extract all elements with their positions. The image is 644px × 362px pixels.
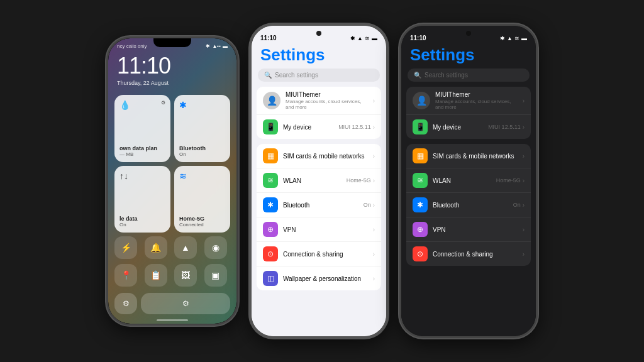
right-account-row[interactable]: 👤 MIUIThemer Manage accounts, cloud serv… (406, 87, 531, 115)
right-sim-title: SIM cards & mobile networks (433, 153, 518, 160)
center-status-icons: ✱ ▲ ≋ ▬ (350, 35, 377, 41)
search-icon-center: 🔍 (264, 72, 272, 79)
wallpaper-title: Wallpaper & personalization (283, 275, 368, 282)
wlan-row[interactable]: ≋ WLAN Home-5G › (257, 168, 381, 193)
wlan-chevron: › (373, 177, 375, 184)
bluetooth-text: Bluetooth (283, 202, 358, 209)
data-options-icon: ⚙ (161, 100, 165, 106)
right-bluetooth-text: Bluetooth (433, 202, 508, 209)
right-time: 11:10 (410, 35, 426, 41)
settings-btn-1[interactable]: ⚙ (114, 293, 137, 314)
mobile-data-title: le data (119, 216, 165, 222)
right-wifi-icon: ≋ (514, 35, 519, 41)
right-account-subtitle: Manage accounts, cloud services, and mor… (435, 99, 518, 110)
right-sim-row[interactable]: ▦ SIM cards & mobile networks › (406, 144, 531, 168)
wifi-tile[interactable]: ≋ Home-5G Connected (174, 166, 230, 233)
phone-center: 11:10 ✱ ▲ ≋ ▬ Settings 🔍 Search settings… (250, 24, 388, 338)
account-row[interactable]: 👤 MIUIThemer Manage accounts, cloud serv… (257, 87, 381, 115)
vpn-text: VPN (283, 226, 368, 233)
vpn-icon: ⊕ (263, 222, 278, 237)
right-sharing-text: Connection & sharing (433, 251, 518, 258)
my-device-row[interactable]: 📱 My device MIUI 12.5.11 › (257, 115, 381, 139)
right-account-chevron: › (523, 97, 525, 104)
right-wlan-row[interactable]: ≋ WLAN Home-5G › (406, 168, 531, 193)
search-icon-right: 🔍 (414, 72, 421, 79)
bell-btn[interactable]: 🔔 (145, 236, 167, 259)
battery-icon: ▬ (223, 43, 228, 49)
account-avatar: 👤 (263, 92, 280, 109)
location-btn[interactable]: 📍 (114, 264, 137, 287)
data-title: own data plan (119, 145, 165, 151)
wallpaper-chevron: › (373, 275, 375, 282)
notch (153, 38, 191, 47)
right-device-text: My device (433, 124, 483, 131)
right-bt-icon: ✱ (500, 35, 505, 41)
right-status-icons: ✱ ▲ ≋ ▬ (500, 35, 527, 41)
account-chevron: › (373, 97, 375, 104)
right-wlan-text: WLAN (433, 177, 491, 184)
right-screen: 11:10 ✱ ▲ ≋ ▬ Settings 🔍 Search settings… (401, 26, 536, 336)
right-sharing-row[interactable]: ⊙ Connection & sharing › (406, 242, 531, 266)
right-sharing-icon: ⊙ (413, 246, 428, 261)
right-wlan-icon: ≋ (413, 173, 428, 188)
right-account-avatar: 👤 (413, 92, 430, 109)
settings-title-light: Settings (252, 43, 386, 69)
left-screen: ncy calls only ✱ ▲▪▪ ▬ 11:10 Thursday, 2… (108, 38, 236, 324)
phone-right: 11:10 ✱ ▲ ≋ ▬ Settings 🔍 Search settings… (399, 24, 538, 338)
right-signal-icon: ▲ (507, 35, 513, 41)
my-device-chevron: › (373, 124, 375, 131)
right-bluetooth-icon: ✱ (413, 197, 428, 212)
bluetooth-right: On › (364, 202, 375, 209)
signal-icon: ▲▪▪ (212, 43, 221, 49)
triangle-btn[interactable]: ▲ (174, 236, 197, 259)
time-area: 11:10 Thursday, 22 August (108, 52, 236, 91)
right-device-row[interactable]: 📱 My device MIUI 12.5.11 › (406, 115, 531, 139)
settings-btn-2[interactable]: ⚙ (141, 293, 230, 314)
date-display: Thursday, 22 August (117, 80, 228, 86)
copy-btn[interactable]: 📋 (145, 264, 167, 287)
bluetooth-tile-title: Bluetooth (179, 145, 225, 151)
image-btn[interactable]: 🖼 (174, 264, 197, 287)
right-battery-icon: ▬ (521, 35, 527, 41)
sharing-row[interactable]: ⊙ Connection & sharing › (257, 242, 381, 266)
phone-left: ncy calls only ✱ ▲▪▪ ▬ 11:10 Thursday, 2… (106, 36, 238, 326)
camera-dot-dark (466, 31, 471, 36)
flash-btn[interactable]: ⚡ (114, 236, 137, 259)
bluetooth-title: Bluetooth (283, 202, 358, 209)
right-bluetooth-row[interactable]: ✱ Bluetooth On › (406, 193, 531, 217)
right-wlan-title: WLAN (433, 177, 491, 184)
wlan-text: WLAN (283, 177, 341, 184)
account-subtitle: Manage accounts, cloud services, and mor… (286, 99, 368, 110)
mobile-data-tile[interactable]: ↑↓ le data On (114, 166, 170, 233)
vpn-row[interactable]: ⊕ VPN › (257, 217, 381, 242)
bluetooth-tile[interactable]: ✱ Bluetooth On (174, 95, 230, 162)
right-search-bar[interactable]: 🔍 Search settings (408, 69, 530, 82)
bluetooth-chevron: › (373, 202, 375, 209)
wlan-right: Home-5G › (347, 177, 375, 184)
right-bluetooth-chevron: › (523, 202, 525, 209)
center-search-bar[interactable]: 🔍 Search settings (258, 69, 380, 82)
right-sim-text: SIM cards & mobile networks (433, 153, 518, 160)
sim-chevron: › (373, 153, 375, 160)
circle-btn[interactable]: ◉ (204, 236, 227, 259)
carrier-text: ncy calls only (117, 43, 147, 49)
mobile-data-status: On (119, 222, 165, 228)
sim-icon: ▦ (263, 148, 278, 163)
bluetooth-row[interactable]: ✱ Bluetooth On › (257, 193, 381, 217)
bluetooth-status-icon: ✱ (206, 43, 210, 49)
grid-btn[interactable]: ▣ (204, 264, 227, 287)
search-placeholder-right: Search settings (425, 72, 468, 79)
status-icons: ✱ ▲▪▪ ▬ (206, 43, 228, 49)
signal-icon: ▲ (357, 35, 363, 41)
sim-text: SIM cards & mobile networks (283, 153, 368, 160)
right-vpn-row[interactable]: ⊕ VPN › (406, 217, 531, 242)
wifi-icon: ≋ (365, 35, 370, 41)
sim-row[interactable]: ▦ SIM cards & mobile networks › (257, 144, 381, 168)
wallpaper-row[interactable]: ◫ Wallpaper & personalization › (257, 266, 381, 290)
my-device-label: My device (283, 124, 333, 131)
mobile-data-icon: ↑↓ (119, 171, 128, 181)
sharing-icon: ⊙ (263, 246, 278, 261)
sharing-chevron: › (373, 251, 375, 258)
data-tile[interactable]: 💧 ⚙ own data plan — MB (114, 95, 170, 162)
vpn-title: VPN (283, 226, 368, 233)
